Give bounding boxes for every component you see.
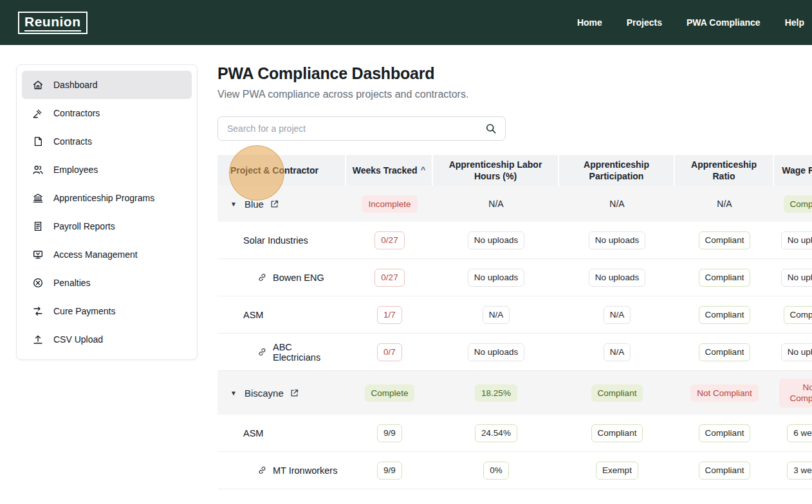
link-icon <box>257 465 267 475</box>
contractor-row-solar-industries: Solar Industries0/27No uploadsNo uploads… <box>217 222 812 259</box>
contractor-name: ASM <box>243 428 263 438</box>
table-cell: No uploads <box>433 226 559 255</box>
home-icon <box>32 79 44 91</box>
contractor-name: ABC Electricians <box>273 342 341 363</box>
table-cell: No uploads <box>774 264 812 292</box>
gavel-icon <box>32 107 44 119</box>
column-header-apprenticeship-participation[interactable]: Apprenticeship Participation <box>559 155 675 186</box>
collapse-triangle-icon[interactable]: ▼ <box>230 390 237 397</box>
external-link-icon[interactable] <box>270 199 279 209</box>
table-cell: No uploads <box>774 226 812 255</box>
logo[interactable]: Reunion <box>18 12 88 34</box>
table-cell: No uploads <box>433 264 559 292</box>
table-cell: Compliant <box>559 379 675 408</box>
name-cell: ASM <box>217 305 346 325</box>
status-badge: 0/27 <box>374 231 404 249</box>
table-cell: Compliant <box>675 456 774 485</box>
sidebar-item-label: Payroll Reports <box>53 221 115 231</box>
status-badge: 0% <box>483 462 509 480</box>
status-badge: No uploads <box>468 343 524 361</box>
column-header-label: Wage Fringe <box>782 165 812 176</box>
column-header-wage-fringe[interactable]: Wage Fringe <box>774 155 812 186</box>
table-cell: 6 weeks <box>774 419 812 447</box>
nav-item-projects[interactable]: Projects <box>627 17 662 28</box>
page: Reunion HomeProjectsPWA ComplianceHelp D… <box>0 0 812 504</box>
sort-ascending-icon: ^ <box>421 165 426 176</box>
project-name[interactable]: Blue <box>245 199 264 210</box>
name-cell: ABC Electricians <box>217 337 346 368</box>
page-title: PWA Compliance Dashboard <box>217 64 812 83</box>
table-cell: 24.54% <box>433 419 559 447</box>
column-header-label: Apprenticeship Ratio <box>680 159 768 182</box>
status-badge: N/A <box>604 306 631 324</box>
contractor-row-asm: ASM1/7N/AN/ACompliantCompliant <box>217 296 812 334</box>
table-cell: 0% <box>433 456 559 485</box>
link-icon <box>257 273 267 282</box>
page-subtitle: View PWA compliance across projects and … <box>217 89 812 100</box>
compliance-table: Project & ContractorWeeks Tracked^Appren… <box>217 155 812 489</box>
cell-value: N/A <box>717 199 732 209</box>
status-badge: Compliant <box>699 462 751 480</box>
status-badge: Compliant <box>784 306 812 324</box>
contractor-name: ASM <box>243 310 263 320</box>
status-badge: Exempt <box>596 462 638 480</box>
external-link-icon[interactable] <box>290 388 299 398</box>
sidebar-item-csv-upload[interactable]: CSV Upload <box>22 325 192 354</box>
status-badge: N/A <box>604 343 631 361</box>
status-badge: 24.54% <box>475 424 517 442</box>
people-icon <box>32 164 44 176</box>
column-header-apprenticeship-labor-hours[interactable]: Apprenticeship Labor Hours (%) <box>433 155 559 186</box>
sidebar-item-apprenticeship-programs[interactable]: Apprenticeship Programs <box>22 184 192 212</box>
sidebar-item-label: Access Management <box>53 249 138 260</box>
table-cell: Compliant <box>675 338 774 366</box>
collapse-triangle-icon[interactable]: ▼ <box>230 201 237 208</box>
sidebar-item-employees[interactable]: Employees <box>22 156 192 184</box>
status-badge: 1/7 <box>377 306 402 324</box>
nav-item-pwa-compliance[interactable]: PWA Compliance <box>687 17 761 28</box>
status-badge: Compliant <box>591 424 643 442</box>
project-row-biscayne: ▼BiscayneComplete18.25%CompliantNot Comp… <box>217 371 812 415</box>
status-badge: 18.25% <box>475 384 517 402</box>
status-badge: No uploads <box>781 231 812 249</box>
sidebar-item-access-management[interactable]: Access Management <box>22 240 192 269</box>
access-icon <box>32 249 44 260</box>
name-cell: ▼Blue <box>217 194 346 215</box>
name-cell: Solar Industries <box>217 230 346 251</box>
column-header-weeks-tracked[interactable]: Weeks Tracked^ <box>346 155 433 186</box>
contractor-row-asm: ASM9/924.54%CompliantCompliant6 weeks <box>217 415 812 452</box>
sidebar-item-contractors[interactable]: Contractors <box>22 99 192 127</box>
table-cell: Incomplete <box>346 190 433 219</box>
project-name[interactable]: Biscayne <box>245 388 284 399</box>
column-header-label: Apprenticeship Labor Hours (%) <box>438 159 553 182</box>
project-row-blue: ▼BlueIncompleteN/AN/AN/ACompliant <box>217 186 812 222</box>
nav-item-help[interactable]: Help <box>785 17 804 28</box>
sidebar-item-payroll-reports[interactable]: Payroll Reports <box>22 212 192 240</box>
link-icon <box>257 347 267 357</box>
cell-value: N/A <box>609 199 624 209</box>
table-cell: 1/7 <box>346 301 433 329</box>
table-cell: N/A <box>433 194 559 214</box>
nav-item-home[interactable]: Home <box>577 17 602 28</box>
status-badge: No uploads <box>781 343 812 361</box>
table-cell: Compliant <box>675 226 774 255</box>
table-cell: Compliant <box>675 419 774 447</box>
status-badge: Compliant <box>784 195 812 213</box>
sidebar-item-contracts[interactable]: Contracts <box>22 127 192 156</box>
sidebar-item-label: Dashboard <box>53 80 98 90</box>
column-header-apprenticeship-ratio[interactable]: Apprenticeship Ratio <box>675 155 774 186</box>
status-badge: Compliant <box>699 306 751 324</box>
sidebar-item-cure-payments[interactable]: Cure Payments <box>22 297 192 325</box>
sidebar-item-penalties[interactable]: Penalties <box>22 269 192 297</box>
search-input[interactable] <box>226 123 484 134</box>
table-cell: N/A <box>433 301 559 329</box>
status-badge: Incomplete <box>362 195 417 213</box>
status-badge: Compliant <box>699 231 751 249</box>
name-cell: Bowen ENG <box>217 267 346 288</box>
upload-icon <box>32 334 44 345</box>
sidebar-item-label: Contractors <box>53 108 100 118</box>
column-header-label: Apprenticeship Participation <box>564 159 669 182</box>
column-header-project-contractor[interactable]: Project & Contractor <box>217 155 346 186</box>
sidebar-item-dashboard[interactable]: Dashboard <box>22 71 192 99</box>
column-header-label: Weeks Tracked <box>353 165 418 176</box>
search-icon[interactable] <box>484 122 497 135</box>
